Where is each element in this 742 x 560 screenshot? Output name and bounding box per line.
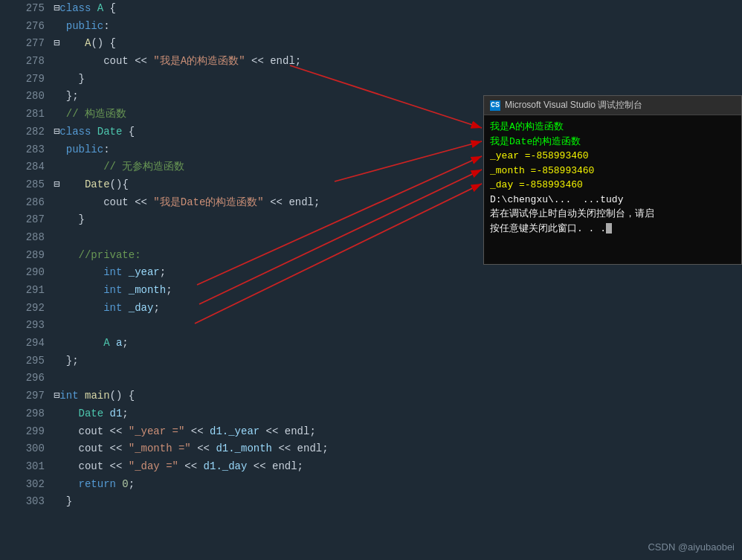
line-content: ⊟class A {	[54, 0, 491, 18]
console-line: _year =-858993460	[490, 149, 735, 164]
table-row: 302 return 0;	[0, 476, 491, 494]
console-cursor	[606, 223, 612, 234]
code-token: (){	[110, 178, 129, 190]
code-token: cout <<	[103, 55, 153, 67]
table-row: 281 // 构造函数	[0, 106, 491, 123]
table-row: 286 cout << "我是Date的构造函数" << endl;	[0, 194, 491, 212]
table-row: 287 }	[0, 211, 491, 229]
code-token: <<	[178, 460, 204, 472]
line-number: 281	[0, 106, 54, 123]
table-row: 301 cout << "_day =" << d1._day << endl;	[0, 458, 491, 476]
line-number: 284	[0, 158, 54, 176]
code-token: cout <<	[79, 442, 129, 454]
code-token: _day	[129, 302, 154, 314]
code-token	[103, 408, 109, 419]
code-token: _year	[129, 266, 160, 278]
code-token: << endl;	[245, 55, 302, 67]
code-token: int	[103, 302, 122, 314]
watermark: CSDN @aiyubaobei	[648, 541, 735, 553]
code-token: ;	[153, 302, 159, 314]
code-token: "我是A的构造函数"	[153, 55, 245, 67]
code-token	[110, 337, 116, 349]
code-token: ;	[122, 337, 128, 349]
code-token	[91, 126, 97, 138]
code-token	[54, 442, 79, 454]
console-title: Microsoft Visual Studio 调试控制台	[505, 99, 642, 112]
code-token: << endl;	[264, 196, 320, 208]
line-content	[54, 370, 491, 387]
code-token: ;	[122, 408, 128, 419]
code-lines: 275⊟class A {276 public:277⊟ A() {278 co…	[0, 0, 491, 511]
table-row: 297⊟int main() {	[0, 387, 491, 405]
line-content: }	[54, 493, 491, 511]
table-row: 296	[0, 370, 491, 387]
code-token	[54, 284, 103, 296]
console-line: 若在调试停止时自动关闭控制台，请启	[490, 207, 735, 222]
line-number: 297	[0, 387, 54, 405]
line-content: ⊟class Date {	[54, 123, 491, 141]
code-token: _month	[129, 284, 166, 296]
table-row: 289 //private:	[0, 247, 491, 265]
line-content: ⊟int main() {	[54, 387, 491, 405]
line-number: 293	[0, 317, 54, 335]
line-content: cout << "我是A的构造函数" << endl;	[54, 53, 491, 71]
line-number: 279	[0, 71, 54, 88]
line-number: 302	[0, 476, 54, 494]
code-token: d1	[110, 408, 123, 419]
line-number: 286	[0, 194, 54, 212]
line-number: 285	[0, 176, 54, 194]
vs-icon: CS	[490, 100, 500, 111]
line-number: 295	[0, 353, 54, 370]
console-line: _day =-858993460	[490, 178, 735, 193]
code-token: public	[66, 144, 103, 155]
code-token: };	[54, 90, 79, 102]
code-token	[91, 2, 97, 14]
table-row: 285⊟ Date(){	[0, 176, 491, 194]
code-token	[54, 425, 79, 437]
code-token	[54, 196, 103, 208]
code-token: cout <<	[79, 425, 129, 437]
code-token	[54, 408, 79, 419]
code-token: Date	[97, 126, 123, 138]
table-row: 293	[0, 317, 491, 335]
line-content: cout << "_day =" << d1._day << endl;	[54, 458, 491, 476]
console-line: _month =-858993460	[490, 164, 735, 178]
line-number: 301	[0, 458, 54, 476]
console-line: 按任意键关闭此窗口. . .	[490, 222, 735, 236]
code-token: int	[103, 266, 122, 278]
code-token: 0	[122, 478, 128, 490]
line-number: 296	[0, 370, 54, 387]
code-token: :	[103, 144, 109, 155]
code-token: ;	[166, 284, 172, 296]
code-token: "我是Date的构造函数"	[153, 196, 263, 208]
line-number: 298	[0, 405, 54, 423]
line-content: }	[54, 211, 491, 229]
code-token: ;	[160, 266, 166, 278]
code-token: // 无参构造函数	[103, 161, 184, 173]
code-token: //private:	[79, 249, 141, 261]
line-number: 292	[0, 300, 54, 318]
line-content: };	[54, 88, 491, 106]
code-token	[54, 144, 66, 155]
table-row: 288	[0, 229, 491, 247]
code-token: "_month ="	[129, 442, 191, 454]
code-token: };	[54, 355, 79, 367]
code-token	[122, 302, 128, 314]
code-token	[54, 266, 103, 278]
code-token: A	[97, 2, 103, 14]
code-token: Date	[79, 408, 104, 419]
line-content: cout << "_year =" << d1._year << endl;	[54, 423, 491, 441]
code-token: A	[103, 337, 109, 349]
table-row: 294 A a;	[0, 335, 491, 353]
code-token: d1._day	[204, 460, 248, 472]
code-token: }	[54, 73, 85, 85]
code-token	[59, 37, 85, 49]
line-number: 290	[0, 264, 54, 282]
table-row: 300 cout << "_month =" << d1._month << e…	[0, 440, 491, 458]
code-token	[79, 390, 85, 402]
line-number: 278	[0, 53, 54, 71]
code-token	[59, 178, 85, 190]
code-token	[54, 108, 66, 120]
line-content: public:	[54, 18, 491, 36]
code-editor: 275⊟class A {276 public:277⊟ A() {278 co…	[0, 0, 742, 560]
